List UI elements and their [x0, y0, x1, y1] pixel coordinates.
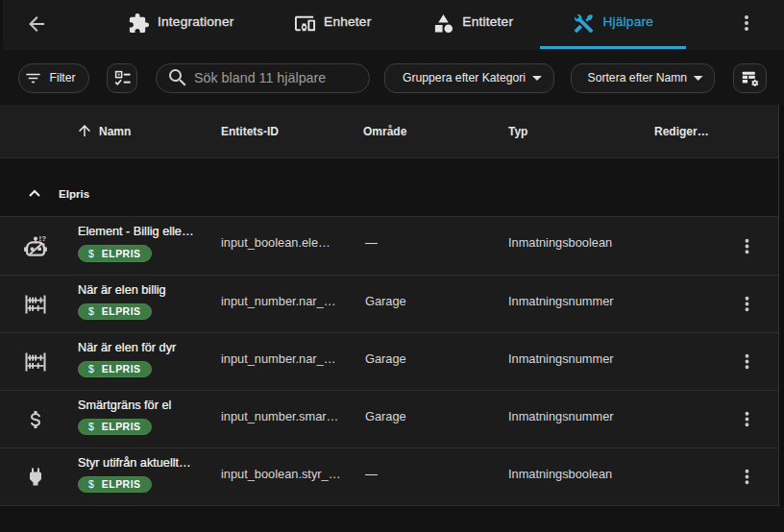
svg-text:!?: !? [38, 234, 46, 243]
